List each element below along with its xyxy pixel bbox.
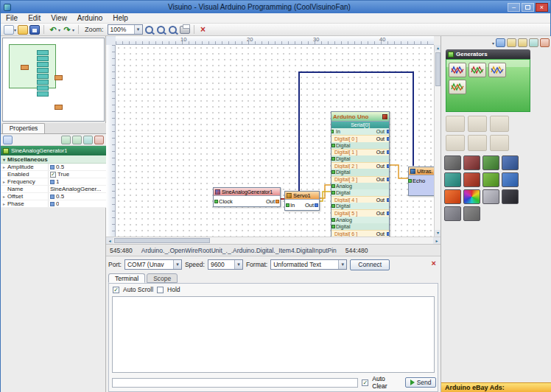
palette-component-icon[interactable] (490, 135, 509, 151)
pin-icon[interactable] (540, 38, 550, 47)
block-header[interactable]: SineAnalogGenerator1 (214, 188, 280, 196)
property-value[interactable]: 0 (49, 200, 59, 207)
expand-arrow-icon[interactable]: ▸ (1, 179, 7, 184)
property-value[interactable]: 0.5 (49, 164, 64, 170)
palette-category-icon[interactable] (463, 206, 480, 221)
connect-button[interactable]: Connect (350, 259, 390, 270)
terminal-output[interactable] (112, 296, 435, 373)
expand-all-icon[interactable] (518, 38, 527, 47)
property-row[interactable]: ▸Frequency1 (1, 178, 106, 186)
generator-component-icon[interactable] (468, 63, 486, 77)
collapse-arrow-icon[interactable]: ▾ (3, 157, 5, 162)
palette-component-icon[interactable] (446, 135, 465, 151)
open-project-icon[interactable] (18, 25, 28, 35)
menu-item-edit[interactable]: Edit (23, 14, 46, 22)
sort-by-category-icon[interactable] (61, 136, 71, 144)
save-icon[interactable] (29, 25, 40, 35)
output-pin[interactable] (387, 137, 389, 141)
maximize-button[interactable] (522, 3, 534, 12)
overview-minimap[interactable] (2, 38, 105, 122)
menu-item-file[interactable]: File (1, 14, 23, 22)
scrollbar-thumb[interactable] (435, 52, 441, 86)
title-bar[interactable]: Visuino - Visual Arduino Programming (Co… (1, 1, 550, 13)
speed-combobox[interactable]: 9600 ▾ (208, 259, 243, 270)
block-servo[interactable]: Servo1 In Out (284, 191, 320, 211)
block-header[interactable]: Servo1 (285, 192, 319, 200)
auto-scroll-checkbox[interactable]: ✓ (113, 287, 119, 293)
tools-icon[interactable] (382, 114, 387, 119)
servo-output-pin[interactable] (315, 203, 318, 207)
generator-component-icon[interactable] (488, 63, 506, 77)
property-row[interactable]: ▸Amplitude0.5 (1, 164, 106, 171)
arduino-channel-row[interactable]: Digital[ 6 ]Out (331, 230, 389, 237)
scrollbar-thumb[interactable] (114, 238, 210, 243)
menu-item-view[interactable]: View (46, 14, 72, 22)
arduino-channel-row[interactable]: Digital[ 0 ]Out (331, 135, 389, 141)
palette-component-icon[interactable] (468, 116, 487, 132)
palette-category-icon[interactable] (502, 172, 519, 187)
collapse-all-icon[interactable] (507, 38, 516, 47)
block-sine-analog-generator[interactable]: SineAnalogGenerator1 Clock Out (213, 187, 281, 207)
menu-item-arduino[interactable]: Arduino (72, 14, 108, 22)
palette-category-icon[interactable] (463, 189, 480, 204)
input-pin[interactable] (331, 130, 334, 133)
canvas-horizontal-scrollbar[interactable]: ◂ ▸ (106, 237, 441, 244)
properties-view-icon[interactable] (3, 136, 13, 144)
palette-category-icon[interactable] (502, 189, 519, 204)
generator-component-icon[interactable] (449, 80, 466, 94)
output-pin[interactable] (387, 178, 389, 181)
auto-clear-checkbox[interactable]: ✓ (362, 379, 368, 386)
property-value[interactable]: SineAnalogGener... (49, 186, 101, 192)
chevron-down-icon[interactable]: ▾ (58, 27, 60, 32)
undo-icon[interactable]: ↶ (48, 25, 58, 35)
new-project-icon[interactable] (4, 25, 14, 35)
chevron-down-icon[interactable]: ▾ (72, 27, 74, 32)
palette-component-icon[interactable] (490, 116, 509, 132)
expand-arrow-icon[interactable]: ▸ (1, 194, 7, 199)
generator-component-icon[interactable] (449, 63, 466, 77)
output-pin[interactable] (387, 198, 389, 202)
palette-category-icon[interactable] (482, 172, 499, 187)
block-arduino-uno[interactable]: Arduino Uno Serial[0]InOutDigital[ 0 ]Ou… (331, 111, 390, 237)
property-value[interactable]: 0.5 (49, 193, 64, 200)
block-header[interactable]: Ultras... (409, 167, 434, 175)
arduino-channel-row[interactable]: Digital[ 4 ]Out (331, 196, 389, 203)
property-category-row[interactable]: ▾ Miscellaneous (1, 155, 106, 164)
output-pin[interactable] (387, 232, 389, 236)
wire-orange-3[interactable] (390, 165, 408, 178)
output-pin[interactable] (387, 130, 389, 133)
tab-properties[interactable]: Properties (2, 123, 45, 133)
chevron-down-icon[interactable]: ▾ (492, 41, 494, 46)
arduino-channel-row[interactable]: Digital[ 3 ]Out (331, 176, 389, 183)
palette-component-icon[interactable] (468, 135, 487, 151)
property-value[interactable]: ✓True (49, 171, 69, 178)
design-canvas[interactable]: SineAnalogGenerator1 Clock Out Servo1 In… (116, 45, 434, 237)
block-ultrasonic[interactable]: Ultras... Echo (408, 167, 434, 196)
close-button[interactable]: × (536, 3, 548, 12)
filter-icon[interactable] (496, 38, 505, 47)
arduino-channel-row[interactable]: Digital[ 1 ]Out (331, 149, 389, 155)
palette-category-icon[interactable] (502, 155, 519, 170)
property-row[interactable]: Enabled✓True (1, 171, 106, 178)
property-row[interactable]: ▸Offset0.5 (1, 193, 106, 200)
print-icon[interactable] (180, 26, 190, 34)
hold-checkbox[interactable] (157, 287, 164, 293)
category-generators-header[interactable]: Generators (446, 49, 530, 59)
view-mode-icon[interactable] (529, 38, 538, 47)
minimap-viewport[interactable] (9, 44, 56, 88)
palette-category-icon[interactable] (463, 172, 480, 187)
tab-scope[interactable]: Scope (147, 273, 178, 283)
output-pin[interactable] (387, 164, 389, 168)
zoom-fit-icon[interactable] (168, 25, 178, 35)
chevron-down-icon[interactable]: ▾ (14, 27, 16, 32)
delete-icon[interactable]: × (198, 25, 208, 35)
send-input[interactable] (112, 378, 358, 388)
send-button[interactable]: Send (405, 377, 436, 388)
redo-icon[interactable]: ↷ (62, 25, 72, 35)
ads-bar[interactable]: Arduino eBay Ads: (441, 382, 551, 392)
zoom-out-icon[interactable] (156, 25, 166, 35)
palette-component-icon[interactable] (446, 116, 465, 132)
minimize-button[interactable]: – (508, 3, 520, 12)
tab-terminal[interactable]: Terminal (108, 273, 145, 283)
expand-arrow-icon[interactable]: ▸ (1, 164, 7, 169)
